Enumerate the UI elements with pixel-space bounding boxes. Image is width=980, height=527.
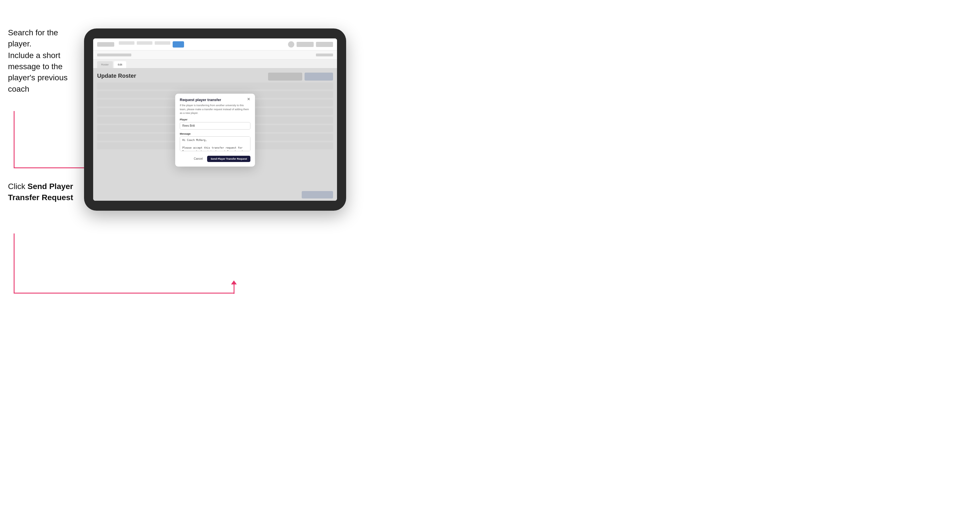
nav-item-1 — [119, 41, 134, 45]
app-nav — [119, 41, 184, 48]
device-screen: Roster Edit Update Roster — [93, 38, 337, 201]
modal-overlay: Request player transfer ✕ If the player … — [93, 68, 337, 201]
nav-item-2 — [137, 41, 153, 45]
player-input[interactable] — [180, 122, 250, 130]
sub-header — [93, 51, 337, 59]
tabs-bar: Roster Edit — [93, 59, 337, 68]
message-textarea[interactable] — [180, 137, 250, 151]
arrow-line-v2 — [14, 233, 14, 293]
tab-roster[interactable]: Roster — [97, 61, 113, 68]
player-field-label: Player — [180, 118, 250, 121]
close-icon[interactable]: ✕ — [247, 97, 250, 101]
header-button — [297, 42, 313, 47]
modal-footer: Cancel Send Player Transfer Request — [180, 156, 250, 163]
nav-item-active — [173, 41, 184, 48]
app-header-right — [288, 41, 333, 48]
message-field-label: Message — [180, 132, 250, 135]
app-header — [93, 38, 337, 51]
arrow-line-v1 — [14, 111, 14, 168]
modal-title: Request player transfer — [180, 98, 221, 102]
breadcrumb — [97, 54, 131, 56]
annotation-click: Click Send Player Transfer Request — [8, 181, 82, 203]
device: Roster Edit Update Roster — [84, 29, 346, 211]
annotation-search: Search for the player. — [8, 27, 83, 49]
modal-header: Request player transfer ✕ — [175, 94, 255, 102]
modal-body: Player Message Cancel Send Player Transf… — [175, 118, 255, 167]
main-content: Update Roster — [93, 68, 337, 201]
app-logo — [97, 42, 114, 47]
modal-description: If the player is transferring from anoth… — [175, 102, 255, 118]
arrow-head-2 — [231, 281, 237, 284]
send-transfer-request-button[interactable]: Send Player Transfer Request — [207, 156, 250, 162]
tab-edit[interactable]: Edit — [114, 61, 126, 68]
request-transfer-modal: Request player transfer ✕ If the player … — [175, 94, 255, 167]
nav-item-3 — [155, 41, 170, 45]
header-button-2 — [316, 42, 333, 47]
sub-header-action — [316, 54, 333, 56]
user-avatar — [288, 41, 294, 48]
annotation-message: Include a short message to the player's … — [8, 50, 82, 95]
arrow-line-h2 — [14, 293, 234, 294]
cancel-button[interactable]: Cancel — [191, 156, 205, 162]
